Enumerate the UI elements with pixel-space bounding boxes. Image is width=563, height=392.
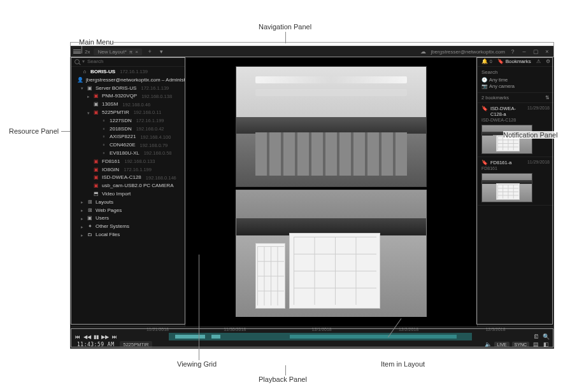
expand-icon[interactable]: ▸ xyxy=(80,232,84,238)
expand-icon[interactable]: ▸ xyxy=(80,216,84,221)
node-icon: ▫ xyxy=(101,150,107,157)
tree-item[interactable]: ▸🗀Local Files xyxy=(71,231,185,239)
bookmark-icon: 🔖 xyxy=(481,160,488,165)
tree-item[interactable]: ▸▣PNM-9320VQP192.168.0.138 xyxy=(71,92,185,101)
prev-frame-button[interactable]: ◀◀ xyxy=(83,334,91,340)
resource-tree: ⌂BORIS-US172.16.1.139👤jbergstresser@netw… xyxy=(71,67,185,241)
bookmark-filters: Search 🕘 Any time 📷 Any camera xyxy=(478,67,553,93)
tree-item[interactable]: ▫AXISP8221192.168.4.100 xyxy=(71,133,185,141)
maximize-button[interactable]: ▢ xyxy=(532,48,539,55)
collapse-button[interactable]: ◧ xyxy=(542,340,550,348)
node-icon: ⬒ xyxy=(93,191,99,198)
tree-item[interactable]: ▫EV8180U-XL192.168.0.58 xyxy=(71,150,185,158)
tab-alert[interactable]: ⚠ xyxy=(536,59,541,64)
cloud-icon[interactable]: ☁ xyxy=(419,48,427,55)
filter-time[interactable]: 🕘 Any time xyxy=(481,77,550,83)
tree-item[interactable]: ▸⊞Web Pages xyxy=(71,207,185,215)
layout-tab[interactable]: New Layout* π × xyxy=(94,48,142,55)
next-frame-button[interactable]: ▶▶ xyxy=(101,334,109,340)
tree-item[interactable]: ▸⊞Layouts xyxy=(71,199,185,207)
tab-bookmarks[interactable]: 🔖 Bookmarks xyxy=(497,59,531,64)
zoom-indicator[interactable]: 2x xyxy=(85,49,90,55)
speed-back-button[interactable]: ⏮ xyxy=(75,334,82,340)
bookmark-camera: FD8161 xyxy=(481,166,550,171)
node-label: jbergstresser@networkoptix.com – Adminis… xyxy=(86,77,185,84)
node-ip: 172.16.1.199 xyxy=(124,167,152,173)
playback-camera-label[interactable]: 5225PMTIR xyxy=(120,341,152,348)
node-icon: ▣ xyxy=(93,183,99,190)
main-menu-button[interactable] xyxy=(73,48,81,55)
expand-icon[interactable]: ▸ xyxy=(86,94,90,99)
alert-icon: ⚠ xyxy=(536,59,541,64)
annot-line xyxy=(61,131,70,132)
tree-item[interactable]: ▸✦Other Systems xyxy=(71,223,185,231)
expand-icon[interactable]: ▾ xyxy=(80,85,84,91)
viewing-grid[interactable] xyxy=(185,57,477,326)
speed-fwd-button[interactable]: ⏭ xyxy=(111,334,118,340)
resource-search-input[interactable]: ▾ Search xyxy=(71,57,185,67)
tree-item[interactable]: ⬒Video Import xyxy=(71,190,185,199)
bookmark-card[interactable]: 🔖ISD-DWEA-C128-a11/29/2018ISD-DWEA-C128 xyxy=(478,103,553,157)
tree-item[interactable]: 👤jbergstresser@networkoptix.com – Admini… xyxy=(71,76,185,85)
tree-item[interactable]: ▫2018SDN192.168.0.42 xyxy=(71,125,185,134)
gear-icon: ⚙ xyxy=(546,59,550,64)
tree-item[interactable]: ▣IO8GIN172.16.1.199 xyxy=(71,166,185,174)
annot-nav-panel: Navigation Panel xyxy=(259,23,311,31)
node-label: Users xyxy=(96,215,109,222)
node-ip: 172.16.1.139 xyxy=(120,69,148,75)
tab-bookmarks-label: Bookmarks xyxy=(506,59,531,64)
tab-notifications[interactable]: 🔔 0 xyxy=(481,59,492,64)
account-label[interactable]: jbergstresser@networkoptix.com xyxy=(431,49,505,55)
zoom-timeline-button[interactable]: 🔍 xyxy=(542,333,550,340)
bookmark-card[interactable]: 🔖FD8161-a11/29/2018FD8161 xyxy=(478,157,553,206)
tree-item[interactable]: ▣FD8161192.168.0.133 xyxy=(71,158,185,166)
node-ip: 172.16.1.139 xyxy=(141,85,169,92)
tree-item[interactable]: ▫CDN4620E192.168.0.79 xyxy=(71,141,185,150)
search-dropdown-icon[interactable]: ▾ xyxy=(82,59,85,64)
tree-item[interactable]: ▣usb_cam-USB2.0 PC CAMERA xyxy=(71,182,185,190)
thumbnails-button[interactable]: ▤ xyxy=(532,340,539,348)
timeline-track[interactable] xyxy=(169,333,472,340)
camera-tile-1[interactable] xyxy=(236,66,427,187)
node-icon: ⊞ xyxy=(87,207,93,214)
minimize-button[interactable]: – xyxy=(520,48,528,55)
bookmark-icon: 🔖 xyxy=(481,106,488,111)
filter-camera[interactable]: 📷 Any camera xyxy=(481,83,550,89)
node-label: CDN4620E xyxy=(110,142,135,149)
playback-time: 11:43:59 AM xyxy=(75,342,117,347)
tree-item[interactable]: ▾▣Server BORIS-US172.16.1.139 xyxy=(71,85,185,93)
pause-button[interactable]: ▮▮ xyxy=(93,334,100,340)
tree-item[interactable]: ▫1227SDN172.16.1.199 xyxy=(71,117,185,125)
tree-item[interactable]: ▣130SM192.168.0.46 xyxy=(71,101,185,109)
tab-label: New Layout* xyxy=(97,49,126,55)
sync-button[interactable]: SYNC xyxy=(512,342,529,347)
node-label: Video Import xyxy=(102,191,131,198)
help-button[interactable]: ? xyxy=(509,48,517,55)
expand-icon[interactable]: ▸ xyxy=(80,224,84,230)
volume-button[interactable]: 🔈 xyxy=(484,340,492,348)
timeline-date: 12/2/2018 xyxy=(399,327,418,332)
calendar-button[interactable]: 🗓 xyxy=(532,333,540,340)
tree-item[interactable]: ▣ISD-DWEA-C128192.168.0.146 xyxy=(71,174,185,182)
expand-icon[interactable]: ▸ xyxy=(80,207,84,213)
node-label: ISD-DWEA-C128 xyxy=(102,174,141,181)
tab-dropdown-icon[interactable]: ▾ xyxy=(157,48,165,55)
tab-extra: π xyxy=(129,49,133,55)
navigation-panel: 2x New Layout* π × + ▾ ☁ jbergstresser@n… xyxy=(71,46,553,57)
timeline-date: 12/3/2018 xyxy=(485,327,505,332)
tree-item[interactable]: ⌂BORIS-US172.16.1.139 xyxy=(71,68,185,76)
expand-icon[interactable]: ▸ xyxy=(80,199,84,205)
bookmark-thumbnail[interactable] xyxy=(481,125,532,154)
live-button[interactable]: LIVE xyxy=(494,342,509,347)
bookmark-thumbnail[interactable] xyxy=(481,173,532,202)
camera-tile-2[interactable] xyxy=(236,190,427,317)
tree-item[interactable]: ▾▣5225PMTIR192.168.0.11 xyxy=(71,109,185,117)
tab-settings[interactable]: ⚙ xyxy=(546,59,550,64)
tab-close-icon[interactable]: × xyxy=(135,49,138,55)
tree-item[interactable]: ▸▣Users xyxy=(71,214,185,223)
sort-icon[interactable]: ⇅ xyxy=(545,95,550,101)
close-window-button[interactable]: × xyxy=(543,48,551,55)
expand-icon[interactable]: ▾ xyxy=(86,110,90,116)
add-tab-button[interactable]: + xyxy=(146,48,153,55)
timeline-date: 11/21/2018 xyxy=(146,327,169,332)
